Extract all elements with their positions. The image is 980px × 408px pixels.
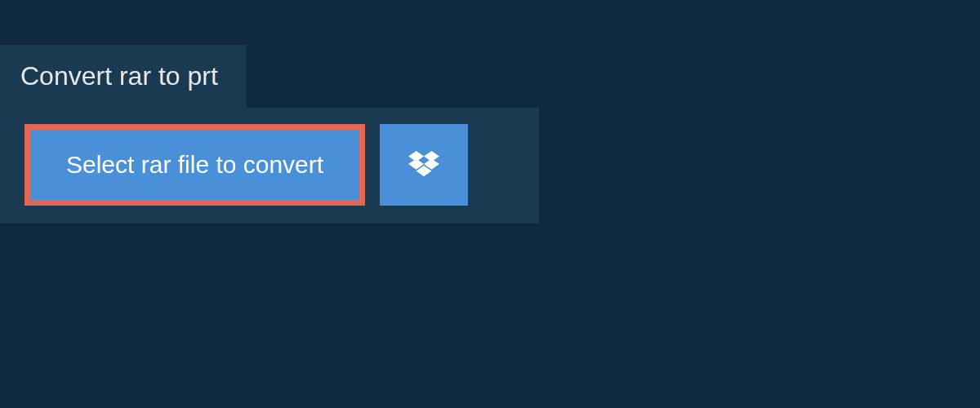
dropbox-icon (408, 151, 439, 179)
select-file-button[interactable]: Select rar file to convert (24, 124, 365, 206)
action-panel: Select rar file to convert (0, 108, 539, 224)
dropbox-button[interactable] (380, 124, 468, 206)
tab-header: Convert rar to prt (0, 45, 247, 108)
page-title: Convert rar to prt (20, 61, 218, 91)
select-file-label: Select rar file to convert (66, 151, 323, 179)
